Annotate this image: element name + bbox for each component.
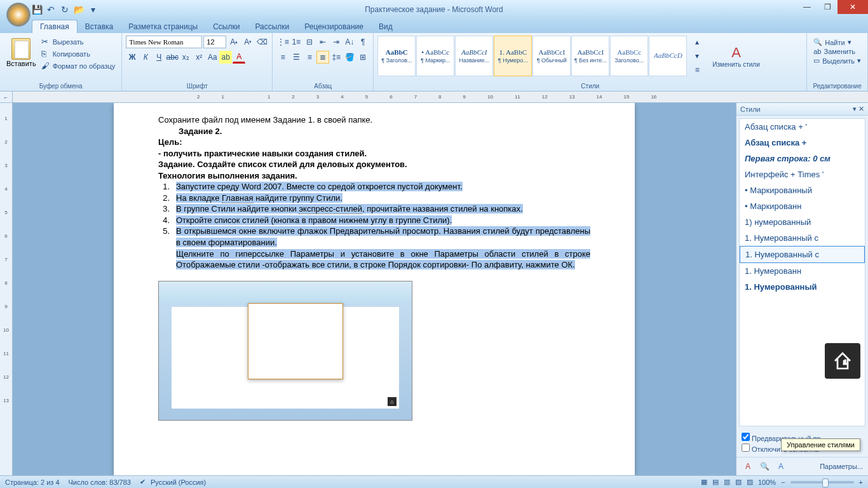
align-center-button[interactable]: ☰ — [290, 51, 302, 64]
maximize-button[interactable]: ❐ — [817, 0, 837, 14]
font-color-button[interactable]: A — [233, 51, 245, 64]
style-list-item[interactable]: Интерфейс + Times ' — [740, 166, 865, 182]
replace-button[interactable]: abЗаменить — [813, 48, 861, 55]
style-list-item[interactable]: 1. Нумерованный с — [740, 246, 865, 263]
format-painter-button[interactable]: 🖌Формат по образцу — [39, 60, 118, 72]
undo-icon[interactable]: ↶ — [46, 4, 56, 15]
vertical-ruler[interactable]: 12345678910111213 — [0, 103, 13, 475]
gallery-down-icon[interactable]: ▾ — [691, 50, 703, 62]
italic-button[interactable]: К — [139, 51, 152, 64]
strike-button[interactable]: abc — [166, 51, 179, 64]
zoom-in-icon[interactable]: + — [859, 478, 863, 486]
style-list-item[interactable]: 1. Нумерованный — [740, 279, 865, 295]
zoom-level[interactable]: 100% — [758, 478, 776, 486]
style-item[interactable]: AaBbCcD — [649, 36, 687, 76]
save-icon[interactable]: 💾 — [32, 4, 42, 15]
bullets-button[interactable]: ⋮≡ — [276, 36, 289, 48]
open-icon[interactable]: 📂 — [74, 4, 84, 15]
align-justify-button[interactable]: ≣ — [316, 51, 329, 64]
office-button[interactable] — [6, 3, 31, 27]
styles-pane-header[interactable]: Стили ▾ ✕ — [736, 103, 868, 116]
change-styles-button[interactable]: A Изменить стили — [707, 36, 764, 76]
bold-button[interactable]: Ж — [126, 51, 139, 64]
tab-view[interactable]: Вид — [371, 20, 400, 33]
underline-button[interactable]: Ч — [153, 51, 165, 64]
view-outline-icon[interactable]: ▧ — [735, 478, 742, 486]
pane-close-icon[interactable]: ▾ ✕ — [853, 105, 864, 113]
highlight-button[interactable]: ab — [219, 51, 232, 64]
minimize-button[interactable]: — — [797, 0, 817, 14]
view-print-icon[interactable]: ▦ — [701, 478, 707, 486]
case-button[interactable]: Aa — [206, 51, 219, 64]
style-list-item[interactable]: 1. Нумерованный с — [740, 230, 865, 246]
zoom-out-icon[interactable]: − — [781, 478, 785, 486]
zoom-slider[interactable] — [790, 481, 854, 484]
view-read-icon[interactable]: ▤ — [712, 478, 719, 486]
ruler-corner[interactable]: ⌐ — [0, 92, 13, 102]
style-list-item[interactable]: • Маркированн — [740, 198, 865, 214]
tab-references[interactable]: Ссылки — [205, 20, 247, 33]
page-status[interactable]: Страница: 2 из 4 — [5, 478, 60, 486]
tab-layout[interactable]: Разметка страницы — [121, 20, 205, 33]
tab-mailings[interactable]: Рассылки — [247, 20, 297, 33]
show-marks-button[interactable]: ¶ — [356, 36, 369, 48]
style-item[interactable]: 1. AaBbC¶ Нумеро... — [494, 36, 532, 76]
style-item[interactable]: AaBbCcЗаголово... — [610, 36, 648, 76]
line-spacing-button[interactable]: ‡≡ — [330, 51, 342, 64]
shading-button[interactable]: 🪣 — [343, 51, 356, 64]
manage-styles-icon[interactable]: A — [775, 460, 787, 473]
redo-icon[interactable]: ↻ — [60, 4, 70, 15]
style-item[interactable]: AaBbCcI¶ Без инте... — [571, 36, 609, 76]
clear-format-icon[interactable]: ⌫ — [255, 36, 268, 48]
tab-review[interactable]: Рецензирование — [297, 20, 371, 33]
select-button[interactable]: ▭Выделить ▾ — [813, 57, 861, 65]
horizontal-ruler[interactable]: 2112345678910111213141516 — [13, 92, 868, 102]
view-web-icon[interactable]: ▥ — [724, 478, 730, 486]
params-link[interactable]: Параметры... — [820, 463, 863, 470]
subscript-button[interactable]: x₂ — [179, 51, 192, 64]
copy-button[interactable]: ⎘Копировать — [39, 48, 118, 60]
style-item[interactable]: AaBbCcI¶ Обычный — [532, 36, 571, 76]
styles-gallery[interactable]: AaBbC¶ Заголов... • AaBbCc¶ Маркир... Aa… — [377, 36, 687, 76]
gallery-more-icon[interactable]: ≡ — [691, 64, 703, 76]
close-button[interactable]: ✕ — [837, 0, 868, 14]
style-item[interactable]: AaBbC¶ Заголов... — [377, 36, 416, 76]
style-list-item[interactable]: • Маркированный — [740, 182, 865, 198]
language-status[interactable]: Русский (Россия) — [151, 478, 206, 486]
multilevel-button[interactable]: ⊟ — [303, 36, 316, 48]
word-count[interactable]: Число слов: 83/783 — [69, 478, 131, 486]
indent-inc-button[interactable]: ⇥ — [330, 36, 342, 48]
align-right-button[interactable]: ≡ — [303, 51, 316, 64]
style-list-item[interactable]: 1. Нумерованн — [740, 263, 865, 279]
shrink-font-icon[interactable]: A▾ — [241, 36, 254, 48]
tab-home[interactable]: Главная — [32, 20, 78, 33]
style-list-item[interactable]: 1) нумерованный — [740, 214, 865, 230]
floating-home-button[interactable]: 1 — [825, 343, 860, 379]
style-item[interactable]: AaBbCcIНазвание... — [455, 36, 493, 76]
align-left-button[interactable]: ≡ — [276, 51, 289, 64]
document-page[interactable]: Сохраните файл под именем Задание 1. в с… — [114, 103, 635, 475]
style-list-item[interactable]: Абзац списка + ' — [740, 119, 865, 135]
style-inspector-icon[interactable]: 🔍 — [758, 460, 771, 473]
styles-list[interactable]: Абзац списка + ' Абзац списка + Первая с… — [739, 118, 865, 426]
gallery-up-icon[interactable]: ▴ — [691, 36, 703, 48]
style-item[interactable]: • AaBbCc¶ Маркир... — [416, 36, 454, 76]
font-size-input[interactable]: 12 — [203, 36, 226, 48]
new-style-icon[interactable]: A — [742, 460, 754, 473]
find-button[interactable]: 🔍Найти ▾ — [813, 38, 861, 46]
paste-button[interactable]: Вставить — [4, 36, 39, 72]
qat-dropdown-icon[interactable]: ▾ — [88, 4, 98, 15]
document-area[interactable]: Сохраните файл под именем Задание 1. в с… — [13, 103, 736, 475]
indent-dec-button[interactable]: ⇤ — [316, 36, 329, 48]
style-list-item[interactable]: Первая строка: 0 см — [740, 151, 865, 166]
font-name-input[interactable]: Times New Roman — [126, 36, 202, 48]
superscript-button[interactable]: x² — [193, 51, 205, 64]
view-draft-icon[interactable]: ▨ — [747, 478, 753, 486]
style-list-item[interactable]: Абзац списка + — [740, 135, 865, 151]
tab-insert[interactable]: Вставка — [78, 20, 121, 33]
sort-button[interactable]: A↓ — [343, 36, 356, 48]
cut-button[interactable]: ✂Вырезать — [39, 36, 118, 48]
grow-font-icon[interactable]: A▴ — [227, 36, 240, 48]
numbering-button[interactable]: 1≡ — [290, 36, 302, 48]
borders-button[interactable]: ⊞ — [356, 51, 369, 64]
